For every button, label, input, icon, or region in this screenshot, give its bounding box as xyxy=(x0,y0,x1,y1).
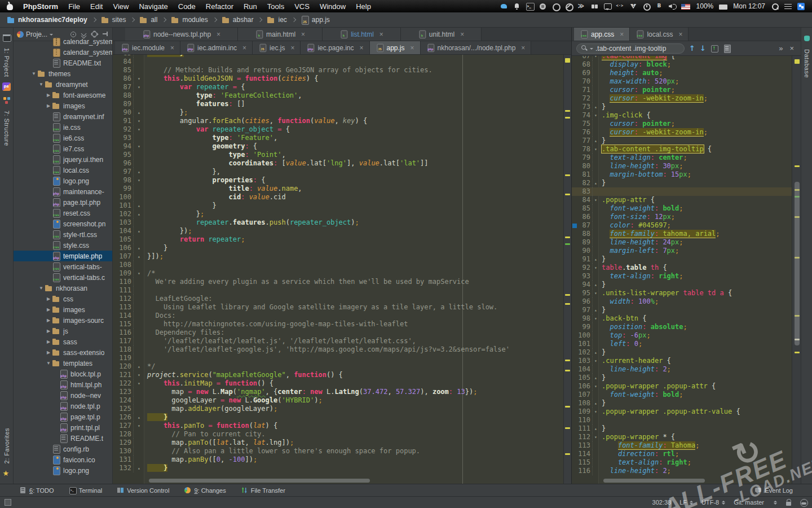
fold-marker-icon[interactable]: ▾ xyxy=(592,264,599,272)
breadcrumb-item-modules[interactable]: modules xyxy=(170,16,209,24)
tree-item-template.php[interactable]: phptemplate.php xyxy=(14,251,112,261)
chevron-closed-icon[interactable]: ▶ xyxy=(45,329,52,334)
database-icon[interactable] xyxy=(802,34,811,43)
tab-unit.html[interactable]: hunit.html× xyxy=(401,28,482,41)
project-tool-icon[interactable] xyxy=(2,33,11,42)
fold-marker-icon[interactable]: ▴ xyxy=(592,306,599,314)
tab-iec.admin.inc[interactable]: phpiec.admin.inc× xyxy=(180,41,253,54)
git-branch-widget[interactable]: Git: master xyxy=(734,499,764,506)
app-blue-icon[interactable] xyxy=(797,2,805,11)
menu-refactor[interactable]: Refactor xyxy=(201,2,239,11)
tab-iec.module[interactable]: phpiec.module× xyxy=(115,41,180,54)
tool-window-quick-access-icon[interactable] xyxy=(5,499,11,506)
menu-phpstorm[interactable]: PhpStorm xyxy=(18,2,63,11)
tree-item-node--nev[interactable]: phpnode--nev xyxy=(14,390,112,401)
fold-marker-icon[interactable]: ▾ xyxy=(592,382,599,391)
breadcrumb-item-all[interactable]: all xyxy=(138,16,158,24)
tree-item-sass-extensio[interactable]: ▶sass-extensio xyxy=(14,347,112,358)
fold-marker-icon[interactable]: ▴ xyxy=(592,137,599,145)
gear-icon[interactable] xyxy=(91,30,98,38)
fold-marker-icon[interactable]: ▾ xyxy=(133,142,144,151)
terminal-icon[interactable] xyxy=(526,2,534,11)
close-icon[interactable]: × xyxy=(379,31,383,38)
fold-marker-icon[interactable]: ▾ xyxy=(133,379,144,388)
breadcrumb-item-sites[interactable]: sites xyxy=(100,16,127,24)
wifi-alert-icon[interactable] xyxy=(629,2,638,11)
fold-marker-icon[interactable]: ▾ xyxy=(133,176,144,185)
tool-window-button-filetransfer[interactable]: File Transfer xyxy=(241,487,285,494)
fold-marker-icon[interactable]: ▴ xyxy=(133,244,144,252)
fold-marker-icon[interactable]: ▾ xyxy=(592,433,599,441)
horizontal-scrollbar[interactable] xyxy=(149,479,370,483)
fold-marker-icon[interactable]: ▴ xyxy=(592,255,599,264)
tree-item-dreamynet.inf[interactable]: dreamynet.inf xyxy=(14,111,112,122)
dots-icon[interactable] xyxy=(590,2,599,11)
tree-item-README.t[interactable]: README.t xyxy=(14,433,112,444)
menu-vcs[interactable]: VCS xyxy=(289,2,315,11)
tree-item-nkhorasan[interactable]: ▼nkhorasan xyxy=(14,283,112,294)
menu-window[interactable]: Window xyxy=(315,2,351,11)
tree-item-block.tpl.p[interactable]: phpblock.tpl.p xyxy=(14,369,112,379)
close-icon[interactable]: × xyxy=(290,45,294,51)
tool-window-button-changes[interactable]: 9: Changes xyxy=(184,487,226,494)
tree-item-local.css[interactable]: csslocal.css xyxy=(14,165,112,176)
close-icon[interactable]: × xyxy=(411,45,414,51)
close-icon[interactable]: × xyxy=(620,31,624,38)
tree-item-logo.png[interactable]: logo.png xyxy=(14,176,112,186)
tree-item-page.tpl.php[interactable]: phppage.tpl.php xyxy=(14,197,112,208)
tree-item-vertical-tabs.c[interactable]: cssvertical-tabs.c xyxy=(14,272,112,283)
tree-item-font-awesome[interactable]: ▶font-awesome xyxy=(14,90,112,100)
tree-item-page.tpl.p[interactable]: phppage.tpl.p xyxy=(14,411,112,422)
find-options-icon[interactable] xyxy=(723,45,731,52)
tree-item-node.tpl.p[interactable]: phpnode.tpl.p xyxy=(14,401,112,411)
menu-code[interactable]: Code xyxy=(173,2,201,11)
close-icon[interactable]: × xyxy=(217,31,220,38)
event-log-label[interactable]: Event Log xyxy=(765,487,793,494)
tree-item-style.css[interactable]: cssstyle.css xyxy=(14,240,112,251)
menu-navigate[interactable]: Navigate xyxy=(134,2,173,11)
tab-main.html[interactable]: hmain.html× xyxy=(238,28,323,41)
error-stripe[interactable] xyxy=(563,55,571,484)
close-icon[interactable]: × xyxy=(360,45,364,51)
tree-item-print.tpl.pl[interactable]: phpprint.tpl.pl xyxy=(14,422,112,433)
tree-item-templates[interactable]: ▼templates xyxy=(14,358,112,369)
project-tree[interactable]: calendar_systemcalendar_systemsREADME.tx… xyxy=(14,36,112,484)
chevron-updown-icon[interactable] xyxy=(774,501,777,505)
previous-match-icon[interactable]: ↑ xyxy=(689,44,695,52)
tree-item-logo.png[interactable]: logo.png xyxy=(14,465,112,476)
highlighting-level-icon[interactable] xyxy=(800,499,807,506)
tool-window-button-terminal[interactable]: Terminal xyxy=(69,487,103,494)
tree-item-images-sourc[interactable]: ▶images-sourc xyxy=(14,315,112,326)
tool-button-favorites[interactable]: 2: Favorites xyxy=(3,428,10,463)
chevron-closed-icon[interactable]: ▶ xyxy=(45,296,52,301)
fold-marker-icon[interactable]: ▴ xyxy=(592,374,599,382)
search-history-chevron-icon[interactable] xyxy=(590,48,593,51)
fold-marker-icon[interactable]: ▴ xyxy=(133,210,144,218)
volume-icon[interactable] xyxy=(668,2,677,11)
horizontal-scrollbar[interactable] xyxy=(603,479,705,483)
chevron-closed-icon[interactable]: ▶ xyxy=(45,93,52,98)
breadcrumb-item-abshar[interactable]: abshar xyxy=(220,16,255,24)
tab-app.css[interactable]: cssapp.css× xyxy=(574,28,630,41)
fold-marker-icon[interactable]: ▾ xyxy=(592,408,599,416)
fold-marker-icon[interactable]: ▾ xyxy=(133,83,144,91)
bluetooth-icon[interactable] xyxy=(655,2,664,11)
evernote-icon[interactable] xyxy=(539,2,547,11)
close-icon[interactable]: × xyxy=(787,44,796,52)
spotlight-icon[interactable] xyxy=(771,2,779,11)
tree-item-style-rtl.css[interactable]: cssstyle-rtl.css xyxy=(14,229,112,240)
close-icon[interactable]: × xyxy=(242,45,246,51)
bell-icon[interactable] xyxy=(513,2,521,11)
tool-button-project[interactable]: 1: Project xyxy=(3,48,10,77)
menu-view[interactable]: View xyxy=(108,2,134,11)
fold-marker-icon[interactable]: ▴ xyxy=(592,348,599,357)
fold-marker-icon[interactable]: ▾ xyxy=(133,269,144,278)
search-input[interactable]: .tab-content .img-tooltip xyxy=(576,43,685,54)
fold-marker-icon[interactable]: ▴ xyxy=(592,424,599,433)
tab-app.js[interactable]: JSapp.js× xyxy=(370,41,421,54)
twitter-icon[interactable] xyxy=(500,2,508,11)
fold-marker-icon[interactable]: ▴ xyxy=(592,399,599,408)
tree-item-themes[interactable]: ▼themes xyxy=(14,68,112,79)
tree-item-config.rb[interactable]: config.rb xyxy=(14,444,112,454)
tree-item-maintenance-[interactable]: phpmaintenance- xyxy=(14,186,112,197)
